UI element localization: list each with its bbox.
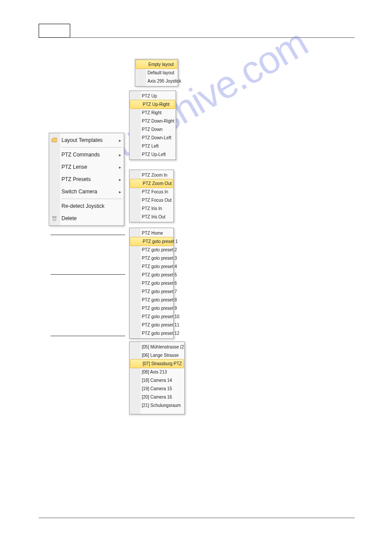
flyout-item-empty-layout[interactable]: Empty layout: [136, 60, 177, 69]
flyout-ptz-commands: PTZ Up PTZ Up-Right PTZ Right PTZ Down-R…: [129, 91, 176, 160]
flyout-item[interactable]: PTZ goto preset 1: [130, 237, 173, 246]
svg-rect-1: [53, 217, 57, 218]
flyout-item[interactable]: [19] Camera 15: [129, 385, 184, 393]
menu-item-label: PTZ Right: [142, 110, 162, 115]
menu-item-label: [05] Mühlenstrasse (2): [142, 345, 185, 349]
menu-item-label: PTZ goto preset 1: [143, 239, 178, 244]
menu-item-ptz-presets[interactable]: PTZ Presets: [49, 173, 124, 185]
header-rule: [69, 37, 355, 38]
menu-item-label: PTZ goto preset 4: [142, 264, 177, 269]
flyout-item[interactable]: PTZ Focus In: [129, 188, 173, 196]
menu-item-label: Axis 295 Joystick: [147, 79, 181, 83]
menu-item-label: [07] Strassburg PTZ: [143, 361, 182, 366]
menu-item-label: Re-detect Joystick: [61, 203, 104, 209]
flyout-item[interactable]: [20] Camera 16: [129, 393, 184, 401]
flyout-item[interactable]: [08] Axis 213: [129, 368, 184, 376]
flyout-item-default-layout[interactable]: Default layout: [135, 69, 178, 77]
flyout-item[interactable]: PTZ Up: [129, 92, 176, 100]
flyout-item[interactable]: PTZ goto preset 5: [129, 271, 173, 279]
flyout-item[interactable]: PTZ goto preset 11: [129, 321, 173, 329]
menu-item-label: PTZ Down-Left: [142, 135, 171, 140]
menu-item-label: PTZ goto preset 3: [142, 256, 177, 261]
flyout-item[interactable]: PTZ Up-Right: [130, 100, 175, 109]
flyout-item[interactable]: PTZ Home: [129, 229, 173, 237]
menu-item-label: [08] Axis 213: [142, 370, 167, 374]
flyout-item[interactable]: PTZ Down-Right: [129, 117, 176, 125]
menu-item-label: PTZ Up-Right: [143, 102, 169, 107]
flyout-item[interactable]: PTZ Iris Out: [129, 213, 173, 221]
flyout-item[interactable]: PTZ Up-Left: [129, 150, 176, 159]
menu-item-label: [06] Lange Strasse: [142, 353, 179, 358]
menu-item-label: Empty layout: [148, 62, 174, 67]
menu-item-layout-templates[interactable]: Layout Templates: [49, 134, 124, 146]
menu-item-label: Default layout: [147, 70, 174, 75]
menu-item-label: PTZ Up-Left: [142, 152, 165, 157]
menu-item-redetect-joystick[interactable]: Re-detect Joystick: [49, 200, 124, 212]
flyout-item[interactable]: PTZ Zoom In: [129, 171, 173, 179]
menu-item-label: PTZ goto preset 10: [142, 314, 180, 319]
menu-separator: [61, 199, 123, 199]
menu-item-label: Switch Camera: [61, 189, 97, 195]
menu-item-switch-camera[interactable]: Switch Camera: [49, 185, 124, 198]
menu-item-ptz-lense[interactable]: PTZ Lense: [49, 161, 124, 173]
flyout-item[interactable]: PTZ Down: [129, 125, 176, 134]
menu-item-label: PTZ Up: [142, 94, 157, 98]
flyout-item[interactable]: PTZ Down-Left: [129, 134, 176, 142]
menu-item-label: PTZ Focus In: [142, 189, 168, 194]
menu-item-label: PTZ goto preset 2: [142, 247, 177, 252]
flyout-item[interactable]: PTZ goto preset 6: [129, 279, 173, 287]
flyout-item[interactable]: PTZ goto preset 10: [129, 312, 173, 321]
separator-line: [50, 235, 125, 235]
menu-item-label: PTZ goto preset 11: [142, 323, 180, 327]
trash-icon: [51, 215, 58, 221]
flyout-item[interactable]: [06] Lange Strasse: [129, 351, 184, 359]
svg-rect-0: [53, 217, 56, 221]
page-number-box: [39, 24, 70, 38]
flyout-item[interactable]: PTZ goto preset 12: [129, 329, 173, 337]
menu-item-label: PTZ Presets: [61, 176, 91, 182]
flyout-item[interactable]: PTZ goto preset 9: [129, 304, 173, 312]
flyout-item[interactable]: PTZ goto preset 8: [129, 296, 173, 304]
flyout-item[interactable]: PTZ Iris In: [129, 204, 173, 213]
flyout-switch-camera: [05] Mühlenstrasse (2) [06] Lange Strass…: [129, 341, 185, 414]
menu-item-label: PTZ Commands: [61, 152, 100, 158]
menu-item-label: PTZ goto preset 6: [142, 281, 177, 286]
flyout-item[interactable]: PTZ Focus Out: [129, 196, 173, 204]
flyout-ptz-lense: PTZ Zoom In PTZ Zoom Out PTZ Focus In PT…: [129, 170, 174, 222]
menu-item-label: PTZ goto preset 5: [142, 272, 177, 277]
flyout-item[interactable]: PTZ goto preset 7: [129, 287, 173, 296]
flyout-item[interactable]: [07] Strassburg PTZ: [130, 359, 184, 368]
menu-item-label: PTZ goto preset 7: [142, 289, 177, 294]
flyout-item[interactable]: PTZ goto preset 4: [129, 262, 173, 271]
menu-item-label: PTZ Home: [142, 231, 163, 236]
menu-item-ptz-commands[interactable]: PTZ Commands: [49, 149, 124, 161]
flyout-item[interactable]: [05] Mühlenstrasse (2): [129, 343, 184, 351]
flyout-item[interactable]: [18] Camera 14: [129, 376, 184, 385]
flyout-item[interactable]: PTZ goto preset 2: [129, 246, 173, 254]
flyout-item[interactable]: PTZ goto preset 3: [129, 254, 173, 262]
menu-item-label: Delete: [61, 215, 77, 221]
menu-item-label: PTZ Down-Right: [142, 119, 174, 123]
menu-item-label: [21] Schulungsraum: [142, 403, 181, 408]
menu-item-delete[interactable]: Delete: [49, 212, 124, 225]
menu-item-label: PTZ Lense: [61, 164, 87, 170]
menu-item-label: PTZ Left: [142, 144, 158, 149]
flyout-layout-templates: Empty layout Default layout Axis 295 Joy…: [135, 59, 178, 87]
flyout-item[interactable]: PTZ Right: [129, 109, 176, 117]
menu-item-label: PTZ Iris Out: [142, 214, 165, 219]
menu-item-label: [18] Camera 14: [142, 378, 172, 383]
flyout-item[interactable]: PTZ Left: [129, 142, 176, 150]
menu-item-label: Layout Templates: [61, 137, 103, 143]
flyout-item-axis-295[interactable]: Axis 295 Joystick: [135, 77, 178, 85]
footer-rule: [39, 518, 355, 518]
folder-icon: [51, 138, 58, 143]
menu-item-label: PTZ goto preset 9: [142, 306, 177, 311]
menu-item-label: [19] Camera 15: [142, 386, 172, 391]
flyout-item[interactable]: [21] Schulungsraum: [129, 401, 184, 410]
menu-item-label: PTZ Iris In: [142, 206, 162, 211]
menu-item-label: PTZ Focus Out: [142, 198, 172, 203]
menu-item-label: PTZ goto preset 8: [142, 297, 177, 302]
separator-line: [50, 336, 125, 336]
flyout-item[interactable]: PTZ Zoom Out: [130, 179, 173, 188]
menu-item-label: PTZ Zoom Out: [143, 181, 172, 186]
